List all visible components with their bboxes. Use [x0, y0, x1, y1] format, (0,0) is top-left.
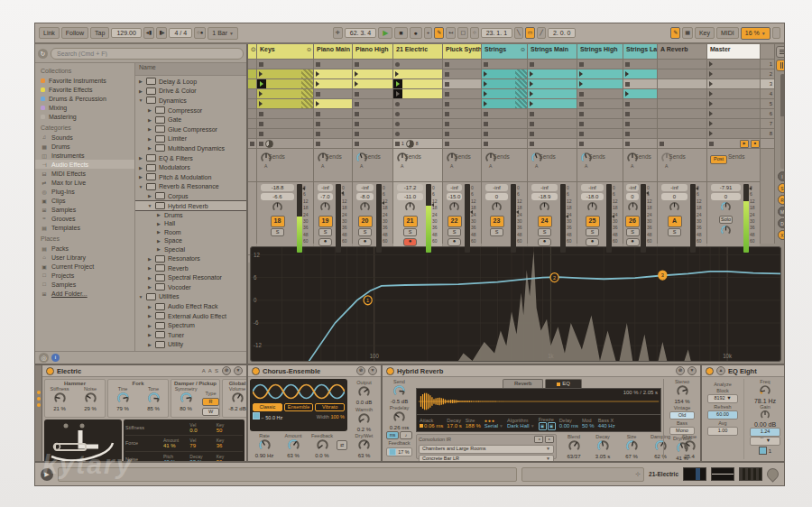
- peak-level-display[interactable]: -inf: [531, 184, 558, 191]
- freq-knob[interactable]: [759, 384, 771, 398]
- clip-slot[interactable]: [528, 89, 577, 99]
- type-button-w[interactable]: W: [202, 408, 219, 416]
- clip[interactable]: [257, 99, 313, 108]
- scene-number[interactable]: 1: [761, 60, 774, 69]
- tree-item[interactable]: ▶Delay & Loop: [135, 77, 246, 87]
- clip-slot[interactable]: [658, 99, 706, 109]
- clip-slot[interactable]: [393, 109, 442, 119]
- group-unfold-icon[interactable]: ⊙: [521, 46, 525, 59]
- chorus-wave-display[interactable]: ClassicEnsembleVibrato ⌐ 50.0 Hz Width 1…: [250, 379, 347, 431]
- clip[interactable]: [314, 99, 352, 108]
- clip[interactable]: [314, 79, 352, 88]
- solo-button[interactable]: S: [490, 228, 503, 236]
- punch-in-button[interactable]: ╲: [514, 27, 523, 39]
- clip-slot[interactable]: [658, 89, 706, 99]
- clip-slot[interactable]: [393, 79, 442, 89]
- clip-stop-button[interactable]: [530, 112, 534, 116]
- clip-stop-button[interactable]: [579, 62, 584, 67]
- clip-stop-button[interactable]: [316, 122, 320, 126]
- clip-slot[interactable]: [353, 129, 392, 139]
- clip-slot[interactable]: [443, 89, 481, 99]
- place-item-projects[interactable]: □Projects: [35, 271, 134, 280]
- mixer-toggle-i[interactable]: I: [778, 171, 786, 181]
- stop-all-clips-button[interactable]: ▶: [740, 140, 749, 148]
- mixer-toggle-x[interactable]: X: [778, 230, 786, 240]
- clip-record-button[interactable]: [395, 112, 400, 116]
- save-preset-icon[interactable]: ▼: [234, 366, 243, 375]
- tree-item[interactable]: ▶Multiband Dynamics: [135, 143, 246, 153]
- band-toggle[interactable]: 1: [759, 447, 771, 455]
- clip-stop-button[interactable]: [579, 122, 584, 126]
- tree-item[interactable]: ▶Corpus: [135, 191, 246, 201]
- tree-item[interactable]: ▶Audio Effect Rack: [135, 301, 246, 311]
- knob-feedback[interactable]: Feedback0.0 %: [308, 433, 337, 458]
- param-decay[interactable]: Decay17.0 s: [447, 418, 461, 429]
- clip-slot[interactable]: [623, 129, 657, 139]
- preview-play-icon[interactable]: ▶: [41, 468, 53, 481]
- overload-indicator[interactable]: [772, 27, 780, 39]
- place-item-user-library[interactable]: ⌂User Library: [35, 253, 134, 262]
- clip-stop-button[interactable]: [579, 112, 584, 116]
- tree-header[interactable]: Name: [135, 63, 246, 76]
- track-header[interactable]: Keys⊙: [257, 44, 313, 60]
- collection-item[interactable]: Favorite Effects: [35, 85, 134, 94]
- clip-slot[interactable]: [528, 79, 577, 89]
- feedback-checkbox[interactable]: [389, 448, 396, 456]
- solo-button[interactable]: S: [668, 228, 681, 236]
- clip-slot[interactable]: [314, 69, 352, 79]
- track-stop-row[interactable]: [482, 139, 527, 149]
- category-item-instruments[interactable]: ◫Instruments: [35, 151, 134, 160]
- solo-button[interactable]: S: [538, 228, 551, 236]
- clip[interactable]: [393, 89, 442, 98]
- param-freeze[interactable]: Freeze▣ ▣: [539, 417, 556, 430]
- knob-stereo[interactable]: Stereo154 %: [668, 379, 697, 404]
- clip-slot[interactable]: [577, 119, 623, 129]
- category-item-clips[interactable]: ▣Clips: [35, 196, 134, 205]
- volume-display[interactable]: -15.0: [447, 193, 463, 200]
- play-button[interactable]: ▶: [378, 27, 392, 39]
- param-cell[interactable]: Key56: [217, 454, 243, 461]
- solo-button[interactable]: S: [586, 228, 599, 236]
- chevron-right-icon[interactable]: ▶: [138, 174, 143, 180]
- clip-slot[interactable]: [658, 109, 706, 119]
- place-item-packs[interactable]: ▤Packs: [35, 244, 134, 253]
- mixer-toggle-s[interactable]: S: [778, 183, 786, 193]
- scene-launch-slot[interactable]: [707, 79, 760, 89]
- clip-stop-button[interactable]: [625, 132, 630, 136]
- clip[interactable]: [353, 79, 392, 88]
- scene-number[interactable]: 4: [761, 89, 774, 99]
- clip-slot[interactable]: [577, 89, 623, 99]
- peak-level-display[interactable]: -inf: [356, 184, 374, 191]
- clip-stop-button[interactable]: [579, 92, 584, 97]
- clip-record-button[interactable]: [395, 102, 400, 106]
- arm-record-button[interactable]: ●: [318, 238, 332, 246]
- clip-slot[interactable]: [257, 69, 313, 79]
- category-item-samples[interactable]: ⊞Samples: [35, 205, 134, 214]
- session-record-button[interactable]: ○: [470, 27, 479, 39]
- stop-all-track-button[interactable]: [445, 142, 449, 146]
- pan-knob[interactable]: [627, 201, 639, 214]
- clip[interactable]: [353, 69, 392, 78]
- hpf-checkbox[interactable]: [253, 412, 260, 419]
- clip-slot[interactable]: [658, 79, 706, 89]
- clip-slot[interactable]: [257, 79, 313, 89]
- volume-display[interactable]: 0: [661, 193, 687, 200]
- hot-swap-icon[interactable]: ⊘: [356, 366, 365, 375]
- tree-item[interactable]: ▶Room: [135, 228, 246, 237]
- clip-stop-button[interactable]: [445, 112, 449, 116]
- scene-number[interactable]: 6: [761, 109, 774, 119]
- device-view-side-strip[interactable]: [35, 365, 42, 461]
- chevron-right-icon[interactable]: ▶: [147, 145, 152, 151]
- clip-slot[interactable]: [314, 129, 352, 139]
- cue-volume-knob[interactable]: [720, 225, 732, 237]
- clip-slot[interactable]: [658, 60, 706, 69]
- type-button-r[interactable]: R: [202, 398, 219, 406]
- device-thumbnail[interactable]: [739, 467, 762, 481]
- track-header[interactable]: Strings Main: [528, 44, 577, 60]
- track-stop-row[interactable]: [443, 139, 481, 149]
- peak-level-display[interactable]: -17.2: [397, 184, 423, 191]
- clip-stop-button[interactable]: [316, 132, 320, 136]
- clip-stop-button[interactable]: [259, 122, 263, 126]
- tree-item[interactable]: ▶Limiter: [135, 134, 246, 144]
- clip-record-button[interactable]: [395, 132, 400, 136]
